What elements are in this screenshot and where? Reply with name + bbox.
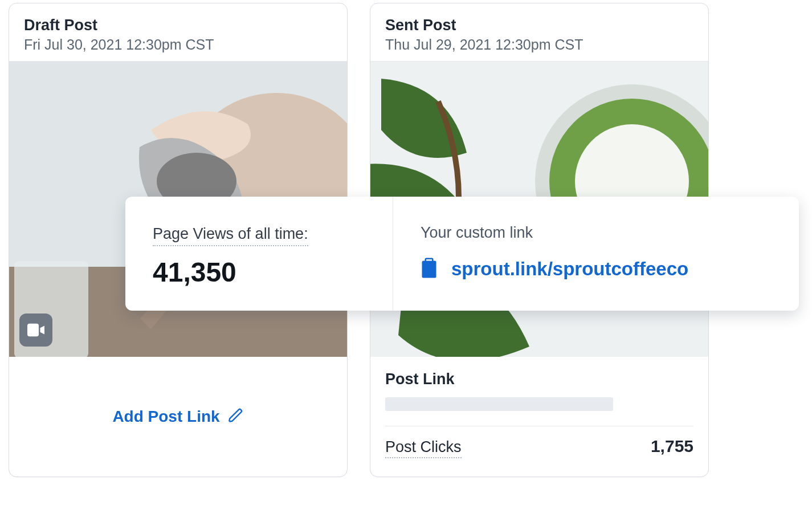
add-post-link-label: Add Post Link [112,408,219,426]
custom-link-section: Your custom link sprout.link/sproutcoffe… [393,197,799,311]
sent-lower: Post Link Post Clicks 1,755 [370,357,708,458]
post-clicks-value: 1,755 [651,437,693,456]
draft-header: Draft Post Fri Jul 30, 2021 12:30pm CST [9,3,347,62]
draft-date: Fri Jul 30, 2021 12:30pm CST [24,36,332,53]
page-views-section: Page Views of all time: 41,350 [125,197,393,311]
draft-title: Draft Post [24,16,332,34]
custom-link-label: Your custom link [421,224,772,242]
page-views-label: Page Views of all time: [153,225,308,246]
sent-title: Sent Post [385,16,693,34]
page-views-value: 41,350 [153,256,365,288]
post-link-placeholder-bar [385,397,613,411]
add-post-link-button[interactable]: Add Post Link [9,357,347,477]
clipboard-icon[interactable] [421,258,438,280]
custom-link-url[interactable]: sprout.link/sproutcoffeeco [451,258,688,280]
post-clicks-row: Post Clicks 1,755 [385,437,693,458]
stats-overlay-card: Page Views of all time: 41,350 Your cust… [125,197,799,311]
sent-date: Thu Jul 29, 2021 12:30pm CST [385,36,693,53]
pencil-icon [228,408,244,426]
video-icon [19,313,52,347]
sent-header: Sent Post Thu Jul 29, 2021 12:30pm CST [370,3,708,62]
post-link-label: Post Link [385,370,693,388]
divider [385,426,693,426]
post-clicks-label: Post Clicks [385,438,462,458]
